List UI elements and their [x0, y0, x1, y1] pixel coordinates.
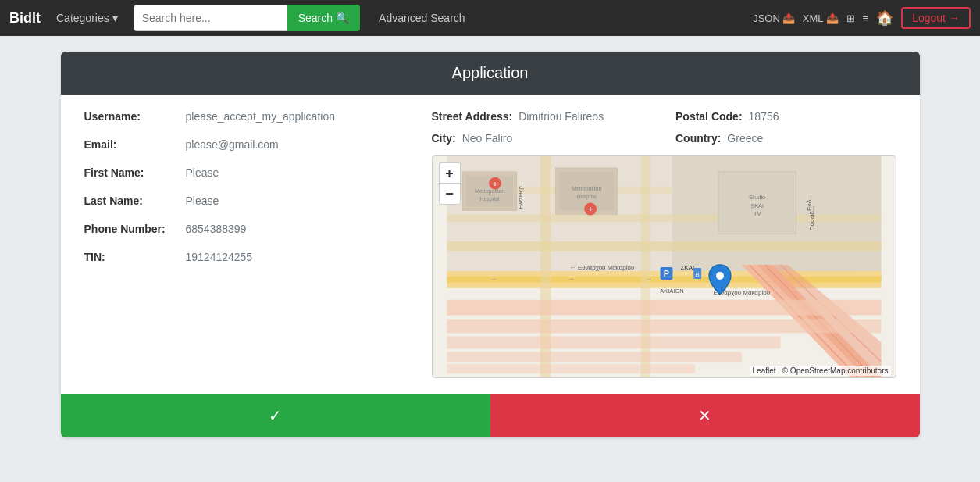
- categories-dropdown[interactable]: Categories ▾: [50, 9, 124, 27]
- svg-rect-5: [447, 241, 881, 251]
- list-icon: ≡: [863, 12, 869, 24]
- accept-icon: ✓: [269, 407, 282, 424]
- email-value: please@gmail.com: [186, 138, 279, 151]
- table-view-icon[interactable]: ⊞: [846, 12, 855, 24]
- accept-button[interactable]: ✓: [61, 394, 490, 437]
- tin-value: 19124124255: [186, 251, 253, 263]
- city-label: City:: [432, 132, 456, 145]
- card-title: Application: [61, 52, 920, 95]
- main-content: Application Username: please_accept_my_a…: [0, 36, 980, 453]
- svg-text:SKAI: SKAI: [750, 202, 764, 209]
- username-row: Username: please_accept_my_application: [84, 110, 416, 123]
- street-row: Street Address: Dimitriou Falireos: [432, 110, 653, 123]
- lastname-label: Last Name:: [84, 195, 186, 207]
- svg-text:Hospital: Hospital: [479, 196, 500, 202]
- lastname-row: Last Name: Please: [84, 195, 416, 207]
- right-panel: Street Address: Dimitriou Falireos Posta…: [432, 110, 896, 378]
- advanced-search-link[interactable]: Advanced Search: [372, 9, 472, 27]
- postal-value: 18756: [749, 110, 779, 123]
- svg-text:+: +: [588, 205, 593, 213]
- categories-label: Categories: [56, 12, 109, 24]
- svg-text:ΑΚΙΑΙGΝ: ΑΚΙΑΙGΝ: [660, 287, 683, 295]
- country-row: Country: Greece: [675, 132, 896, 145]
- country-value: Greece: [727, 132, 763, 145]
- svg-text:→: →: [567, 275, 574, 283]
- xml-icon: 📤: [826, 12, 839, 24]
- svg-rect-16: [447, 320, 881, 334]
- json-export[interactable]: JSON 📤: [753, 12, 795, 24]
- search-icon: 🔍: [336, 12, 349, 24]
- svg-text:TV: TV: [753, 210, 761, 217]
- osm-link: OpenStreetMap: [790, 366, 846, 375]
- svg-text:Metropolitan: Metropolitan: [572, 186, 601, 192]
- svg-rect-19: [447, 364, 695, 373]
- map-attribution: Leaflet | © OpenStreetMap contributors: [750, 366, 891, 376]
- map-container[interactable]: → → → → Metropolitan Hospital Metropolit…: [432, 155, 896, 378]
- svg-rect-18: [447, 352, 741, 362]
- postal-label: Postal Code:: [675, 110, 743, 123]
- info-panel: Username: please_accept_my_application E…: [84, 110, 416, 378]
- svg-text:ΣΚΑΙ: ΣΚΑΙ: [680, 264, 694, 271]
- city-value: Neo Faliro: [462, 132, 513, 145]
- xml-label: XML: [803, 12, 824, 24]
- firstname-value: Please: [186, 166, 219, 179]
- application-card: Application Username: please_accept_my_a…: [61, 52, 920, 437]
- svg-text:Ελευθερ...: Ελευθερ...: [516, 181, 523, 209]
- search-input[interactable]: [134, 5, 287, 31]
- svg-text:P: P: [663, 269, 668, 278]
- chevron-down-icon: ▾: [112, 12, 118, 24]
- xml-export[interactable]: XML 📤: [803, 12, 839, 24]
- svg-point-50: [716, 272, 724, 280]
- svg-text:Hospital: Hospital: [576, 194, 597, 200]
- navbar: BidIt Categories ▾ Search 🔍 Advanced Sea…: [0, 0, 980, 36]
- lastname-value: Please: [186, 195, 219, 207]
- username-value: please_accept_my_application: [186, 110, 335, 123]
- map-zoom-controls: + −: [439, 162, 461, 205]
- logout-label: Logout: [912, 12, 946, 24]
- postal-row: Postal Code: 18756: [675, 110, 896, 123]
- address-grid: Street Address: Dimitriou Falireos Posta…: [432, 110, 896, 145]
- list-view-icon[interactable]: ≡: [863, 12, 869, 24]
- svg-text:Studio: Studio: [749, 194, 765, 201]
- firstname-row: First Name: Please: [84, 166, 416, 179]
- search-button-label: Search: [298, 12, 333, 24]
- email-label: Email:: [84, 138, 186, 151]
- phone-value: 6854388399: [186, 223, 247, 235]
- username-label: Username:: [84, 110, 186, 123]
- map-zoom-in[interactable]: +: [440, 163, 460, 184]
- phone-row: Phone Number: 6854388399: [84, 223, 416, 235]
- svg-text:+: +: [493, 180, 497, 188]
- grid-icon: ⊞: [846, 12, 855, 24]
- svg-text:B: B: [695, 271, 699, 278]
- country-label: Country:: [675, 132, 721, 145]
- leaflet-link: Leaflet: [753, 366, 776, 375]
- email-row: Email: please@gmail.com: [84, 138, 416, 151]
- svg-text:← Εθνάρχου Μακαρίου: ← Εθνάρχου Μακαρίου: [569, 264, 634, 271]
- logout-icon: →: [949, 12, 960, 24]
- search-button[interactable]: Search 🔍: [287, 5, 360, 31]
- svg-rect-15: [447, 300, 881, 316]
- json-icon: 📤: [782, 12, 795, 24]
- city-row: City: Neo Faliro: [432, 132, 653, 145]
- json-label: JSON: [753, 12, 780, 24]
- logout-button[interactable]: Logout →: [901, 7, 971, 29]
- reject-button[interactable]: ✕: [490, 394, 920, 437]
- tin-label: TIN:: [84, 251, 186, 263]
- map-svg: → → → → Metropolitan Hospital Metropolit…: [433, 156, 896, 377]
- svg-text:Ποσειδ...: Ποσειδ...: [808, 206, 815, 230]
- nav-right: JSON 📤 XML 📤 ⊞ ≡ 🏠 Logout →: [753, 7, 971, 29]
- map-zoom-out[interactable]: −: [440, 184, 460, 204]
- search-form: Search 🔍: [130, 5, 360, 31]
- street-label: Street Address:: [432, 110, 513, 123]
- firstname-label: First Name:: [84, 166, 186, 179]
- street-value: Dimitriou Falireos: [519, 110, 604, 123]
- card-body: Username: please_accept_my_application E…: [61, 95, 920, 394]
- svg-text:→: →: [490, 275, 497, 283]
- svg-rect-6: [447, 214, 881, 222]
- svg-rect-17: [447, 336, 780, 348]
- phone-label: Phone Number:: [84, 223, 186, 235]
- tin-row: TIN: 19124124255: [84, 251, 416, 263]
- brand-logo: BidIt: [9, 10, 41, 27]
- card-footer: ✓ ✕: [61, 394, 920, 437]
- home-icon[interactable]: 🏠: [876, 9, 893, 27]
